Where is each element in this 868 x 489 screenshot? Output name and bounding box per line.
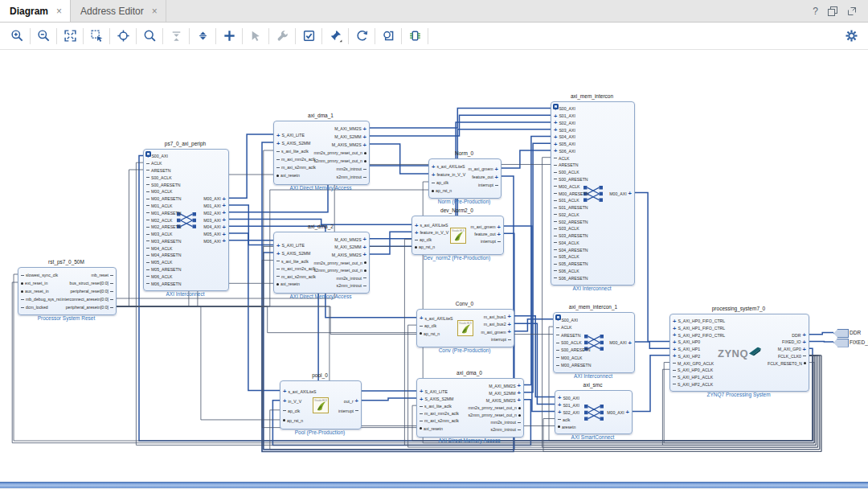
port-axi_mem_intercon-S01_ACLK[interactable]: S01_ACLK	[554, 198, 579, 203]
port-axi_smc-S00_AXI[interactable]: +S00_AXI	[558, 395, 579, 401]
horizontal-scrollbar[interactable]	[0, 482, 868, 488]
port-axi_dma_0-s_axi_lite_aclk[interactable]: s_axi_lite_aclk	[420, 404, 452, 409]
block-ps7_0_axi_periph[interactable]: +S00_AXIACLKARESETNS00_ACLKS00_ARESETNM0…	[143, 149, 229, 291]
expand-hierarchy-button[interactable]	[192, 27, 213, 46]
port-axi_dma_1-M_AXI_S2MM[interactable]: +M_AXI_S2MM	[334, 134, 366, 140]
port-ps7_0_axi_periph-M03_AXI[interactable]: +M03_AXI	[203, 217, 226, 223]
port-axi_dma_2-axi_resetn[interactable]: axi_resetn	[276, 281, 300, 287]
port-rst_ps7_0_50M-interconnect_aresetn[0:0][interactable]: interconnect_aresetn[0:0]	[61, 297, 113, 302]
port-axi_dma_2-M_AXIS_MM2S[interactable]: +M_AXIS_MM2S	[332, 252, 366, 257]
port-pool_0-ap_rst_n[interactable]: ap_rst_n	[283, 417, 303, 423]
port-Conv_0-m_axi_gmem[interactable]: +m_axi_gmem	[481, 329, 511, 335]
port-axi_dma_1-m_axi_s2mm_aclk[interactable]: m_axi_s2mm_aclk	[276, 165, 316, 171]
block-Conv_0[interactable]: Vivado HLS +s_axi_AXILiteSap_clkap_rst_n…	[416, 309, 514, 347]
optimize-routing-button[interactable]	[378, 27, 399, 46]
close-icon[interactable]: ×	[152, 6, 158, 17]
port-processing_system7_0-FCLK_RESET0_N[interactable]: FCLK_RESET0_N	[768, 360, 806, 366]
port-axi_mem_intercon-S05_ACLK[interactable]: S05_ACLK	[554, 254, 579, 260]
port-axi_mem_intercon-M00_ARESETN[interactable]: M00_ARESETN	[554, 191, 588, 196]
block-Norm_0[interactable]: +s_axi_AXILiteS+feature_in_V_Vap_clkap_r…	[428, 158, 502, 199]
autofit-selection-button[interactable]	[113, 27, 133, 46]
port-rst_ps7_0_50M-mb_debug_sys_rst[interactable]: mb_debug_sys_rst	[21, 297, 61, 302]
customize-block-button[interactable]	[272, 27, 293, 46]
port-Conv_0-m_axi_bus1[interactable]: +m_axi_bus1	[484, 314, 511, 319]
port-axi_mem_intercon_1-ARESETN[interactable]: ARESETN	[556, 332, 581, 338]
block-axi_dma_0[interactable]: +S_AXI_LITE+S_AXIS_S2MMs_axi_lite_aclkm_…	[416, 378, 524, 438]
port-ps7_0_axi_periph-M05_ARESETN[interactable]: M05_ARESETN	[146, 267, 181, 273]
port-axi_mem_intercon-S06_ARESETN[interactable]: S06_ARESETN	[554, 275, 588, 281]
port-Conv_0-s_axi_AXILiteS[interactable]: +s_axi_AXILiteS	[420, 315, 453, 321]
port-processing_system7_0-DDR[interactable]: +DDR	[792, 332, 806, 338]
port-ps7_0_axi_periph-M05_ACLK[interactable]: M05_ACLK	[146, 260, 173, 265]
block-axi_smc[interactable]: +S00_AXI+S01_AXI+S02_AXIaclkaresetn+M00_…	[555, 390, 633, 434]
port-axi_dma_0-s2mm_prmry_reset_out_n[interactable]: s2mm_prmry_reset_out_n	[468, 413, 521, 418]
port-axi_smc-aresetn[interactable]: aresetn	[558, 424, 575, 429]
block-axi_dma_1[interactable]: +S_AXI_LITE+S_AXIS_S2MMs_axi_lite_aclkm_…	[273, 121, 370, 185]
tab-address-editor[interactable]: Address Editor ×	[71, 0, 166, 22]
port-axi_smc-aclk[interactable]: aclk	[558, 417, 570, 422]
port-axi_dma_0-axi_resetn[interactable]: axi_resetn	[420, 425, 443, 431]
port-ps7_0_axi_periph-M01_AXI[interactable]: +M01_AXI	[203, 203, 226, 208]
port-axi_dma_2-m_axi_mm2s_aclk[interactable]: m_axi_mm2s_aclk	[276, 266, 316, 272]
block-axi_mem_intercon_1[interactable]: +S00_AXIACLKARESETNS00_ACLKS00_ARESETNM0…	[553, 312, 635, 373]
port-processing_system7_0-M_AXI_GP0_ACLK[interactable]: M_AXI_GP0_ACLK	[673, 360, 714, 366]
port-axi_mem_intercon-S02_AXI[interactable]: +S02_AXI	[554, 120, 575, 125]
port-ps7_0_axi_periph-M05_AXI[interactable]: +M05_AXI	[203, 232, 226, 237]
port-axi_mem_intercon-S03_AXI[interactable]: +S03_AXI	[554, 127, 575, 133]
block-pool_0[interactable]: Vivado HLS +s_axi_AXILiteS+in_V_Vap_clka…	[280, 380, 362, 429]
port-axi_mem_intercon_1-S00_ARESETN[interactable]: S00_ARESETN	[556, 347, 591, 353]
port-axi_mem_intercon-S03_ARESETN[interactable]: S03_ARESETN	[554, 233, 588, 239]
port-pool_0-out_r[interactable]: +out_r	[344, 398, 358, 404]
port-pool_0-s_axi_AXILiteS[interactable]: +s_axi_AXILiteS	[283, 388, 317, 394]
pin-button[interactable]	[325, 27, 346, 46]
port-ps7_0_axi_periph-M00_ACLK[interactable]: M00_ACLK	[146, 189, 173, 195]
port-ps7_0_axi_periph-M04_ACLK[interactable]: M04_ACLK	[146, 245, 173, 251]
show-interface-ports-button[interactable]	[404, 27, 425, 46]
port-axi_dma_2-S_AXI_LITE[interactable]: +S_AXI_LITE	[276, 243, 305, 249]
port-ps7_0_axi_periph-M02_AXI[interactable]: +M02_AXI	[203, 210, 226, 216]
port-axi_dma_1-S_AXIS_S2MM[interactable]: +S_AXIS_S2MM	[276, 141, 310, 146]
port-axi_dma_1-m_axi_mm2s_aclk[interactable]: m_axi_mm2s_aclk	[276, 157, 316, 162]
port-ps7_0_axi_periph-S00_ARESETN[interactable]: S00_ARESETN	[146, 182, 181, 187]
port-axi_dma_2-m_axi_s2mm_aclk[interactable]: m_axi_s2mm_aclk	[276, 273, 316, 279]
port-axi_mem_intercon_1-M00_AXI[interactable]: +M00_AXI	[609, 340, 632, 346]
port-axi_dma_1-mm2s_introut[interactable]: mm2s_introut	[337, 166, 366, 172]
port-processing_system7_0-S_AXI_HP0_FIFO_CTRL[interactable]: +S_AXI_HP0_FIFO_CTRL	[673, 318, 725, 324]
port-ps7_0_axi_periph-ACLK[interactable]: ACLK	[146, 161, 162, 166]
port-axi_mem_intercon-S02_ARESETN[interactable]: S02_ARESETN	[554, 219, 588, 224]
make-connection-button[interactable]	[245, 27, 266, 46]
port-dev_Norm2_0-feature_out[interactable]: +feature_out	[474, 232, 501, 237]
search-button[interactable]	[139, 27, 160, 46]
port-axi_mem_intercon-S00_ACLK[interactable]: S00_ACLK	[554, 170, 579, 175]
port-axi_dma_0-s2mm_introut[interactable]: s2mm_introut	[491, 427, 521, 433]
port-Conv_0-ap_rst_n[interactable]: ap_rst_n	[420, 331, 440, 336]
port-pool_0-interrupt[interactable]: interrupt	[338, 408, 358, 413]
port-Norm_0-s_axi_AXILiteS[interactable]: +s_axi_AXILiteS	[432, 164, 465, 170]
port-axi_dma_0-M_AXI_MM2S[interactable]: +M_AXI_MM2S	[489, 383, 521, 388]
regenerate-layout-button[interactable]	[351, 27, 372, 46]
port-rst_ps7_0_50M-bus_struct_reset[0:0][interactable]: bus_struct_reset[0:0]	[70, 281, 113, 286]
port-axi_dma_0-M_AXIS_MM2S[interactable]: +M_AXIS_MM2S	[486, 397, 521, 403]
port-axi_dma_0-S_AXIS_S2MM[interactable]: +S_AXIS_S2MM	[420, 397, 453, 402]
port-axi_dma_1-M_AXIS_MM2S[interactable]: +M_AXIS_MM2S	[332, 142, 366, 148]
port-axi_dma_2-mm2s_introut[interactable]: mm2s_introut	[337, 275, 366, 281]
port-Conv_0-interrupt[interactable]: interrupt	[491, 337, 511, 343]
port-ps7_0_axi_periph-M03_ARESETN[interactable]: M03_ARESETN	[146, 238, 181, 244]
zoom-out-button[interactable]	[33, 27, 54, 46]
port-processing_system7_0-FCLK_CLK0[interactable]: FCLK_CLK0	[778, 353, 806, 359]
port-axi_smc-S01_AXI[interactable]: +S01_AXI	[558, 402, 579, 408]
collapse-hierarchy-button[interactable]	[166, 27, 186, 46]
port-axi_mem_intercon_1-S00_ACLK[interactable]: S00_ACLK	[556, 340, 582, 346]
port-rst_ps7_0_50M-slowest_sync_clk[interactable]: slowest_sync_clk	[21, 273, 58, 278]
port-axi_dma_0-mm2s_prmry_reset_out_n[interactable]: mm2s_prmry_reset_out_n	[468, 405, 521, 411]
port-axi_mem_intercon-S04_ACLK[interactable]: S04_ACLK	[554, 240, 579, 245]
port-rst_ps7_0_50M-dcm_locked[interactable]: dcm_locked	[21, 305, 48, 310]
port-Norm_0-ap_clk[interactable]: ap_clk	[432, 180, 448, 186]
help-icon[interactable]: ?	[813, 6, 818, 17]
port-ps7_0_axi_periph-M00_AXI[interactable]: +M00_AXI	[203, 196, 226, 202]
port-ps7_0_axi_periph-M02_ACLK[interactable]: M02_ACLK	[146, 217, 173, 223]
validate-design-button[interactable]	[298, 27, 319, 46]
port-axi_mem_intercon-S02_ACLK[interactable]: S02_ACLK	[554, 212, 579, 217]
port-axi_mem_intercon-ACLK[interactable]: ACLK	[554, 155, 570, 161]
port-ps7_0_axi_periph-S00_ACLK[interactable]: S00_ACLK	[146, 175, 172, 180]
